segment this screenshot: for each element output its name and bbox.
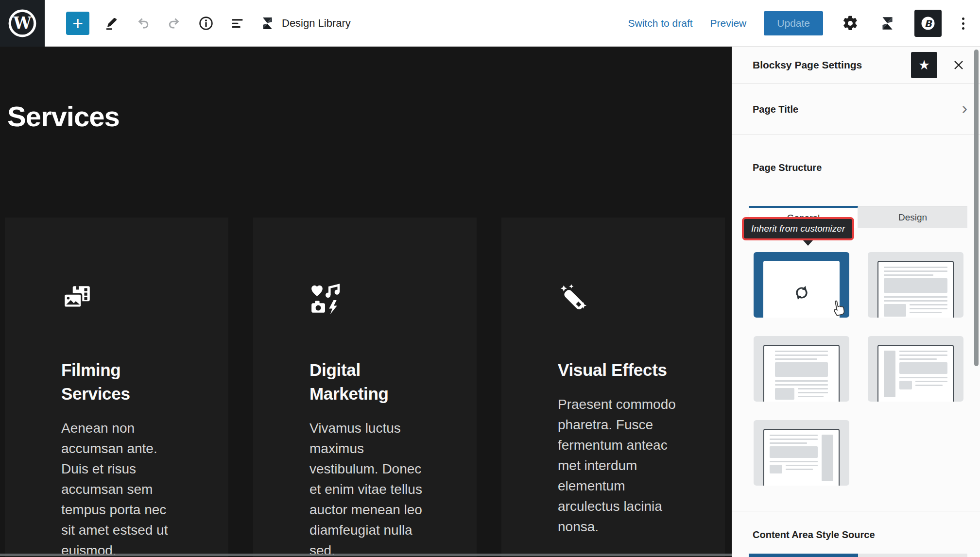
settings-button[interactable] bbox=[841, 14, 860, 33]
structure-option-left-sidebar[interactable] bbox=[868, 336, 963, 402]
blocksy-page-settings-toggle[interactable]: B bbox=[914, 10, 942, 37]
star-icon: ★ bbox=[918, 57, 930, 73]
structure-option-right-sidebar[interactable] bbox=[754, 420, 849, 486]
chevron-right-icon: › bbox=[962, 100, 967, 116]
sidebar-scrollbar[interactable] bbox=[974, 50, 979, 366]
column-heading[interactable]: Visual Effects bbox=[558, 358, 687, 382]
film-photo-icon bbox=[61, 283, 93, 315]
pencil-icon bbox=[104, 16, 119, 31]
undo-button[interactable] bbox=[133, 14, 153, 33]
info-icon bbox=[198, 16, 214, 31]
tooltip-highlight: Inherit from customizer bbox=[742, 217, 854, 240]
column-paragraph[interactable]: Vivamus luctus maximus vestibulum. Donec… bbox=[309, 418, 433, 557]
media-marketing-icon bbox=[309, 283, 342, 315]
sidebar-right-sketch bbox=[822, 435, 833, 481]
page-structure-options bbox=[754, 252, 963, 486]
page-structure-label: Page Structure bbox=[753, 162, 822, 173]
update-button[interactable]: Update bbox=[764, 11, 823, 35]
page-title-setting-row[interactable]: Page Title › bbox=[732, 84, 980, 135]
column-visual-effects[interactable]: Visual Effects Praesent commodo pharetra… bbox=[501, 218, 725, 557]
blocksy-logo-icon bbox=[879, 15, 895, 32]
redo-button[interactable] bbox=[165, 14, 184, 33]
page-title-heading[interactable]: Services bbox=[7, 100, 120, 133]
column-heading[interactable]: Filming Services bbox=[61, 358, 190, 405]
undo-icon bbox=[135, 16, 151, 31]
redo-icon bbox=[167, 16, 182, 31]
section-divider bbox=[732, 511, 980, 511]
column-paragraph[interactable]: Aenean non accumsan ante. Duis et risus … bbox=[61, 418, 185, 557]
editor-toolbar: W + bbox=[0, 0, 980, 47]
design-library-button[interactable]: Design Library bbox=[259, 16, 351, 31]
cursor-hand-icon bbox=[827, 298, 847, 317]
tooltip-arrow bbox=[803, 240, 813, 251]
tab-design[interactable]: Design bbox=[858, 206, 967, 228]
structure-option-normal[interactable] bbox=[868, 252, 963, 318]
panel-header: Blocksy Page Settings ★ bbox=[732, 47, 980, 84]
blocksy-b-icon: B bbox=[918, 14, 938, 33]
column-paragraph[interactable]: Praesent commodo pharetra. Fusce ferment… bbox=[558, 394, 681, 537]
columns-block: Filming Services Aenean non accumsan ant… bbox=[5, 218, 725, 557]
structure-option-narrow[interactable] bbox=[754, 336, 849, 402]
toolbar-left-group: + bbox=[66, 0, 351, 47]
block-inserter-button[interactable]: + bbox=[66, 12, 89, 35]
editor-canvas: Services Filming Services Aenean non acc… bbox=[0, 47, 732, 557]
inherit-tooltip: Inherit from customizer bbox=[742, 217, 854, 240]
details-button[interactable] bbox=[196, 14, 216, 33]
blocksy-page-settings-panel: Blocksy Page Settings ★ Page Title › Pag… bbox=[732, 47, 980, 557]
refresh-icon bbox=[791, 283, 812, 303]
blocksy-toolbar-button[interactable] bbox=[877, 14, 897, 33]
content-area-style-tabs-partial[interactable] bbox=[749, 554, 967, 557]
wordpress-logo-button[interactable]: W bbox=[0, 0, 45, 47]
document-title: Design Library bbox=[282, 17, 351, 30]
toolbar-right-group: Switch to draft Preview Update bbox=[628, 0, 967, 47]
tools-button[interactable] bbox=[102, 14, 121, 33]
list-view-button[interactable] bbox=[228, 14, 247, 33]
preview-button[interactable]: Preview bbox=[710, 17, 747, 29]
panel-title: Blocksy Page Settings bbox=[753, 59, 911, 71]
magic-wand-icon bbox=[558, 283, 590, 315]
content-area-style-source-label: Content Area Style Source bbox=[753, 529, 875, 540]
column-digital-marketing[interactable]: Digital Marketing Vivamus luctus maximus… bbox=[253, 218, 477, 557]
column-heading[interactable]: Digital Marketing bbox=[309, 358, 439, 405]
close-panel-button[interactable] bbox=[949, 55, 968, 75]
wordpress-icon: W bbox=[7, 8, 37, 38]
sidebar-left-sketch bbox=[884, 351, 895, 397]
svg-text:W: W bbox=[13, 14, 32, 33]
list-view-icon bbox=[230, 16, 245, 31]
pin-panel-button[interactable]: ★ bbox=[911, 52, 937, 78]
column-filming-services[interactable]: Filming Services Aenean non accumsan ant… bbox=[5, 218, 228, 557]
wordpress-editor: W + bbox=[0, 0, 980, 557]
canvas-bottom-edge bbox=[0, 554, 732, 556]
page-title-setting-label: Page Title bbox=[753, 104, 962, 115]
svg-text:B: B bbox=[924, 18, 932, 30]
structure-option-inherit[interactable] bbox=[754, 252, 849, 318]
options-menu-button[interactable] bbox=[959, 15, 967, 33]
close-icon bbox=[953, 59, 964, 71]
switch-to-draft-button[interactable]: Switch to draft bbox=[628, 17, 693, 29]
blocksy-logo-icon bbox=[259, 16, 275, 31]
gear-icon bbox=[842, 15, 859, 32]
